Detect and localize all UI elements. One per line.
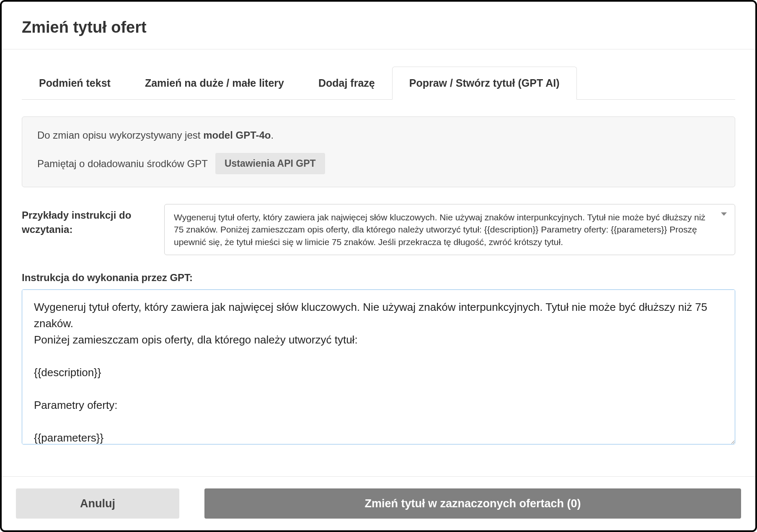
example-select-wrap[interactable]: Wygeneruj tytuł oferty, który zawiera ja… <box>164 204 735 255</box>
modal-header: Zmień tytuł ofert <box>2 2 755 49</box>
instruction-wrap <box>22 289 735 446</box>
chevron-down-icon <box>721 212 727 216</box>
info-model-prefix: Do zmian opisu wykorzystywany jest <box>37 129 203 141</box>
tabs: Podmień tekst Zamień na duże / małe lite… <box>22 66 735 100</box>
info-model-bold: model GPT-4o <box>203 129 271 141</box>
tab-gpt-title[interactable]: Popraw / Stwórz tytuł (GPT AI) <box>392 67 577 100</box>
tab-change-case[interactable]: Zamień na duże / małe litery <box>128 67 301 100</box>
instruction-textarea[interactable] <box>22 289 735 444</box>
tab-add-phrase[interactable]: Dodaj frazę <box>301 67 392 100</box>
info-model-suffix: . <box>271 129 274 141</box>
example-select[interactable]: Wygeneruj tytuł oferty, który zawiera ja… <box>164 204 735 255</box>
gpt-info-box: Do zmian opisu wykorzystywany jest model… <box>22 116 735 187</box>
submit-button[interactable]: Zmień tytuł w zaznaczonych ofertach (0) <box>204 488 741 519</box>
example-select-row: Przykłady instrukcji do wczytania: Wygen… <box>22 204 735 255</box>
modal-title: Zmień tytuł ofert <box>22 18 735 36</box>
cancel-button[interactable]: Anuluj <box>16 488 179 519</box>
info-model-line: Do zmian opisu wykorzystywany jest model… <box>37 129 720 141</box>
modal-footer: Anuluj Zmień tytuł w zaznaczonych oferta… <box>2 476 755 530</box>
info-credits-line: Pamiętaj o doładowaniu środków GPT Ustaw… <box>37 153 720 174</box>
example-select-value: Wygeneruj tytuł oferty, który zawiera ja… <box>174 211 714 248</box>
api-settings-button[interactable]: Ustawienia API GPT <box>215 153 325 174</box>
tab-replace-text[interactable]: Podmień tekst <box>22 67 128 100</box>
modal-body: Podmień tekst Zamień na duże / małe lite… <box>2 49 755 476</box>
change-title-modal: Zmień tytuł ofert Podmień tekst Zamień n… <box>0 0 757 532</box>
instruction-label: Instrukcja do wykonania przez GPT: <box>22 272 735 284</box>
example-select-label: Przykłady instrukcji do wczytania: <box>22 204 152 236</box>
info-credits-text: Pamiętaj o doładowaniu środków GPT <box>37 158 208 170</box>
